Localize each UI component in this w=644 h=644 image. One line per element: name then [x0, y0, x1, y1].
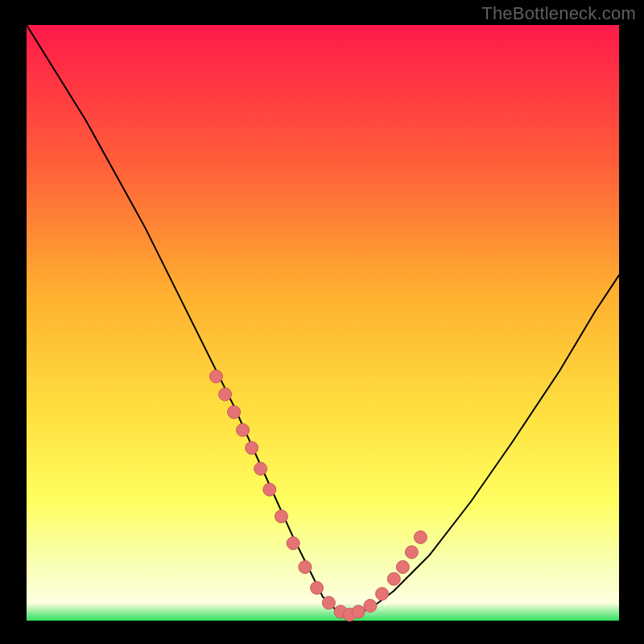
plot-background — [27, 25, 619, 621]
bottleneck-chart — [0, 0, 644, 644]
data-point — [387, 572, 400, 585]
data-point — [263, 483, 276, 496]
data-point — [219, 388, 232, 401]
data-point — [414, 530, 427, 543]
data-point — [376, 588, 389, 601]
data-point — [210, 370, 223, 383]
chart-frame: TheBottleneck.com — [0, 0, 644, 644]
data-point — [287, 537, 299, 550]
attribution-text: TheBottleneck.com — [481, 3, 636, 24]
data-point — [299, 560, 312, 573]
data-point — [396, 560, 409, 573]
data-point — [246, 441, 258, 454]
data-point — [311, 581, 324, 594]
data-point — [322, 597, 335, 609]
data-point — [275, 510, 288, 523]
data-point — [237, 423, 250, 436]
data-point — [405, 546, 418, 559]
data-point — [364, 600, 377, 613]
data-point — [228, 406, 241, 419]
data-point — [352, 605, 365, 618]
data-point — [254, 462, 267, 475]
